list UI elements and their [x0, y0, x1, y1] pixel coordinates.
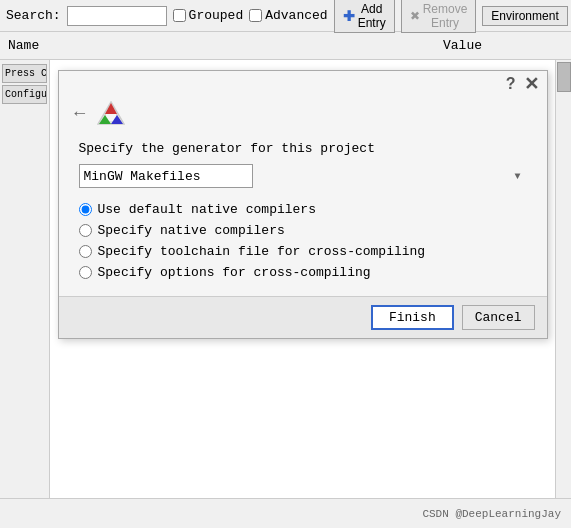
x-icon: ✖: [410, 9, 420, 23]
column-headers: Name Value: [0, 32, 571, 60]
scrollbar-thumb[interactable]: [557, 62, 571, 92]
remove-entry-button[interactable]: ✖ Remove Entry: [401, 0, 477, 33]
grouped-label[interactable]: Grouped: [189, 8, 244, 23]
advanced-label[interactable]: Advanced: [265, 8, 327, 23]
dialog-body: Specify the generator for this project M…: [59, 133, 547, 296]
generator-select-row: MinGW Makefiles Unix Makefiles Visual St…: [79, 164, 527, 188]
dialog-header: ? ✕: [59, 71, 547, 97]
generator-select-wrapper: MinGW Makefiles Unix Makefiles Visual St…: [79, 164, 527, 188]
advanced-checkbox[interactable]: [249, 9, 262, 22]
search-label: Search:: [6, 8, 61, 23]
grouped-checkbox[interactable]: [173, 9, 186, 22]
dialog-footer: Finish Cancel: [59, 296, 547, 338]
dialog-back-button[interactable]: ←: [71, 104, 89, 122]
status-bar: CSDN @DeepLearningJay: [0, 498, 571, 528]
search-input[interactable]: [67, 6, 167, 26]
generator-select[interactable]: MinGW Makefiles Unix Makefiles Visual St…: [79, 164, 253, 188]
left-panel-btn-2[interactable]: Configu...: [2, 85, 47, 104]
value-column-header: Value: [443, 38, 563, 53]
left-panel-btn-1[interactable]: Press C...: [2, 64, 47, 83]
grouped-checkbox-group: Grouped: [173, 8, 244, 23]
credit-text: CSDN @DeepLearningJay: [422, 508, 561, 520]
plus-icon: ✚: [343, 8, 355, 24]
radio-item-2[interactable]: Specify native compilers: [79, 223, 527, 238]
dialog-subtitle: Specify the generator for this project: [79, 141, 527, 156]
remove-entry-label: Remove Entry: [423, 2, 468, 30]
add-entry-button[interactable]: ✚ Add Entry: [334, 0, 395, 33]
finish-button[interactable]: Finish: [371, 305, 454, 330]
generator-dialog: ? ✕ ←: [58, 70, 548, 339]
radio-item-1[interactable]: Use default native compilers: [79, 202, 527, 217]
environment-label: Environment: [491, 9, 558, 23]
radio-label-4: Specify options for cross-compiling: [98, 265, 371, 280]
toolbar: Search: Grouped Advanced ✚ Add Entry ✖ R…: [0, 0, 571, 32]
radio-toolchain[interactable]: [79, 245, 92, 258]
right-scrollbar[interactable]: [555, 60, 571, 498]
radio-default-native[interactable]: [79, 203, 92, 216]
name-column-header: Name: [8, 38, 443, 53]
radio-item-3[interactable]: Specify toolchain file for cross-compili…: [79, 244, 527, 259]
compilers-radio-group: Use default native compilers Specify nat…: [79, 202, 527, 280]
radio-label-3: Specify toolchain file for cross-compili…: [98, 244, 426, 259]
radio-cross-compile-options[interactable]: [79, 266, 92, 279]
add-entry-label: Add Entry: [358, 2, 386, 30]
dialog-close-button[interactable]: ✕: [524, 75, 539, 93]
cancel-button[interactable]: Cancel: [462, 305, 535, 330]
cmake-logo: [97, 101, 125, 125]
dialog-help-button[interactable]: ?: [506, 75, 516, 93]
radio-item-4[interactable]: Specify options for cross-compiling: [79, 265, 527, 280]
radio-label-1: Use default native compilers: [98, 202, 316, 217]
dialog-logo-row: ←: [59, 97, 547, 133]
radio-label-2: Specify native compilers: [98, 223, 285, 238]
back-icon: ←: [71, 103, 89, 123]
advanced-checkbox-group: Advanced: [249, 8, 327, 23]
left-panel: Press C... Configu...: [0, 60, 50, 498]
radio-specify-native[interactable]: [79, 224, 92, 237]
environment-button[interactable]: Environment: [482, 6, 567, 26]
center-area: ? ✕ ←: [50, 60, 555, 498]
main-area: Press C... Configu... ? ✕ ←: [0, 60, 571, 498]
dialog-overlay: ? ✕ ←: [50, 60, 555, 498]
